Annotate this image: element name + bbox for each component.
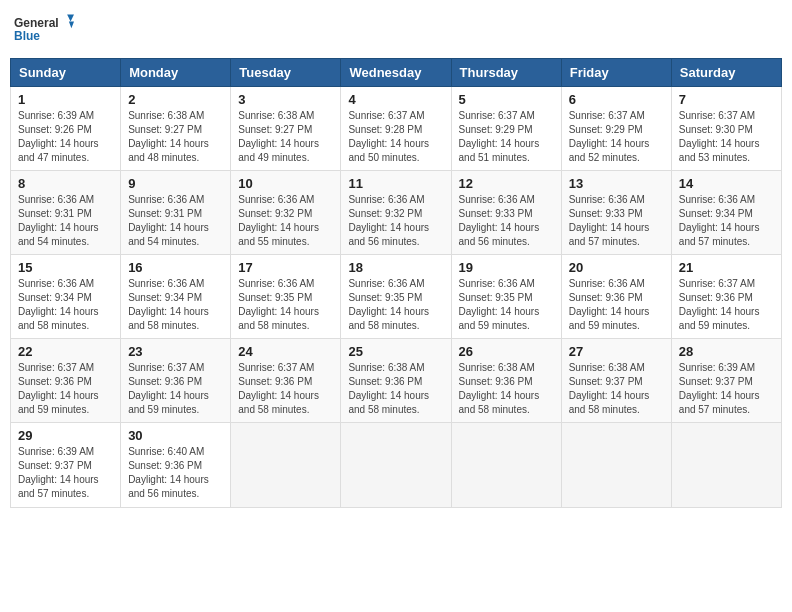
calendar-cell: 14 Sunrise: 6:36 AM Sunset: 9:34 PM Dayl… (671, 171, 781, 255)
day-number: 30 (128, 428, 223, 443)
calendar-cell: 27 Sunrise: 6:38 AM Sunset: 9:37 PM Dayl… (561, 339, 671, 423)
day-info: Sunrise: 6:36 AM Sunset: 9:35 PM Dayligh… (238, 277, 333, 333)
calendar-cell: 19 Sunrise: 6:36 AM Sunset: 9:35 PM Dayl… (451, 255, 561, 339)
day-number: 25 (348, 344, 443, 359)
day-number: 19 (459, 260, 554, 275)
day-info: Sunrise: 6:37 AM Sunset: 9:29 PM Dayligh… (569, 109, 664, 165)
weekday-header-row: SundayMondayTuesdayWednesdayThursdayFrid… (11, 59, 782, 87)
day-info: Sunrise: 6:39 AM Sunset: 9:37 PM Dayligh… (18, 445, 113, 501)
day-number: 7 (679, 92, 774, 107)
day-info: Sunrise: 6:36 AM Sunset: 9:31 PM Dayligh… (128, 193, 223, 249)
day-number: 27 (569, 344, 664, 359)
calendar-cell: 23 Sunrise: 6:37 AM Sunset: 9:36 PM Dayl… (121, 339, 231, 423)
day-info: Sunrise: 6:37 AM Sunset: 9:28 PM Dayligh… (348, 109, 443, 165)
day-info: Sunrise: 6:36 AM Sunset: 9:34 PM Dayligh… (18, 277, 113, 333)
day-info: Sunrise: 6:36 AM Sunset: 9:33 PM Dayligh… (569, 193, 664, 249)
day-info: Sunrise: 6:40 AM Sunset: 9:36 PM Dayligh… (128, 445, 223, 501)
day-info: Sunrise: 6:39 AM Sunset: 9:26 PM Dayligh… (18, 109, 113, 165)
day-number: 23 (128, 344, 223, 359)
day-number: 24 (238, 344, 333, 359)
day-info: Sunrise: 6:38 AM Sunset: 9:37 PM Dayligh… (569, 361, 664, 417)
day-number: 21 (679, 260, 774, 275)
calendar-cell (671, 423, 781, 508)
calendar-cell: 17 Sunrise: 6:36 AM Sunset: 9:35 PM Dayl… (231, 255, 341, 339)
weekday-header-friday: Friday (561, 59, 671, 87)
day-info: Sunrise: 6:36 AM Sunset: 9:32 PM Dayligh… (348, 193, 443, 249)
calendar-cell (561, 423, 671, 508)
calendar-cell: 22 Sunrise: 6:37 AM Sunset: 9:36 PM Dayl… (11, 339, 121, 423)
day-number: 9 (128, 176, 223, 191)
calendar-cell: 25 Sunrise: 6:38 AM Sunset: 9:36 PM Dayl… (341, 339, 451, 423)
day-number: 22 (18, 344, 113, 359)
calendar-cell: 24 Sunrise: 6:37 AM Sunset: 9:36 PM Dayl… (231, 339, 341, 423)
day-info: Sunrise: 6:39 AM Sunset: 9:37 PM Dayligh… (679, 361, 774, 417)
calendar-cell: 4 Sunrise: 6:37 AM Sunset: 9:28 PM Dayli… (341, 87, 451, 171)
calendar-cell: 20 Sunrise: 6:36 AM Sunset: 9:36 PM Dayl… (561, 255, 671, 339)
day-info: Sunrise: 6:36 AM Sunset: 9:36 PM Dayligh… (569, 277, 664, 333)
page-header: General Blue (10, 10, 782, 50)
day-info: Sunrise: 6:38 AM Sunset: 9:36 PM Dayligh… (459, 361, 554, 417)
day-number: 13 (569, 176, 664, 191)
day-info: Sunrise: 6:37 AM Sunset: 9:36 PM Dayligh… (679, 277, 774, 333)
weekday-header-sunday: Sunday (11, 59, 121, 87)
day-info: Sunrise: 6:36 AM Sunset: 9:32 PM Dayligh… (238, 193, 333, 249)
day-number: 6 (569, 92, 664, 107)
day-number: 20 (569, 260, 664, 275)
weekday-header-monday: Monday (121, 59, 231, 87)
weekday-header-wednesday: Wednesday (341, 59, 451, 87)
day-info: Sunrise: 6:38 AM Sunset: 9:27 PM Dayligh… (128, 109, 223, 165)
svg-marker-2 (67, 15, 74, 22)
calendar-cell: 13 Sunrise: 6:36 AM Sunset: 9:33 PM Dayl… (561, 171, 671, 255)
day-number: 14 (679, 176, 774, 191)
day-number: 8 (18, 176, 113, 191)
day-number: 29 (18, 428, 113, 443)
day-info: Sunrise: 6:37 AM Sunset: 9:30 PM Dayligh… (679, 109, 774, 165)
day-number: 3 (238, 92, 333, 107)
calendar-cell: 21 Sunrise: 6:37 AM Sunset: 9:36 PM Dayl… (671, 255, 781, 339)
calendar-cell: 28 Sunrise: 6:39 AM Sunset: 9:37 PM Dayl… (671, 339, 781, 423)
calendar-cell (451, 423, 561, 508)
svg-text:General: General (14, 16, 59, 30)
calendar-cell (341, 423, 451, 508)
svg-text:Blue: Blue (14, 29, 40, 43)
day-number: 17 (238, 260, 333, 275)
day-info: Sunrise: 6:37 AM Sunset: 9:36 PM Dayligh… (128, 361, 223, 417)
day-number: 16 (128, 260, 223, 275)
calendar-cell: 2 Sunrise: 6:38 AM Sunset: 9:27 PM Dayli… (121, 87, 231, 171)
day-number: 11 (348, 176, 443, 191)
weekday-header-saturday: Saturday (671, 59, 781, 87)
calendar-cell: 10 Sunrise: 6:36 AM Sunset: 9:32 PM Dayl… (231, 171, 341, 255)
logo: General Blue (14, 10, 74, 50)
svg-marker-3 (69, 21, 74, 28)
calendar-cell: 9 Sunrise: 6:36 AM Sunset: 9:31 PM Dayli… (121, 171, 231, 255)
weekday-header-tuesday: Tuesday (231, 59, 341, 87)
day-info: Sunrise: 6:38 AM Sunset: 9:27 PM Dayligh… (238, 109, 333, 165)
day-info: Sunrise: 6:36 AM Sunset: 9:34 PM Dayligh… (128, 277, 223, 333)
calendar-table: SundayMondayTuesdayWednesdayThursdayFrid… (10, 58, 782, 508)
weekday-header-thursday: Thursday (451, 59, 561, 87)
calendar-cell: 26 Sunrise: 6:38 AM Sunset: 9:36 PM Dayl… (451, 339, 561, 423)
calendar-cell: 11 Sunrise: 6:36 AM Sunset: 9:32 PM Dayl… (341, 171, 451, 255)
calendar-cell: 30 Sunrise: 6:40 AM Sunset: 9:36 PM Dayl… (121, 423, 231, 508)
calendar-cell: 5 Sunrise: 6:37 AM Sunset: 9:29 PM Dayli… (451, 87, 561, 171)
day-number: 1 (18, 92, 113, 107)
day-info: Sunrise: 6:37 AM Sunset: 9:29 PM Dayligh… (459, 109, 554, 165)
day-info: Sunrise: 6:37 AM Sunset: 9:36 PM Dayligh… (238, 361, 333, 417)
day-number: 12 (459, 176, 554, 191)
calendar-cell: 7 Sunrise: 6:37 AM Sunset: 9:30 PM Dayli… (671, 87, 781, 171)
day-number: 18 (348, 260, 443, 275)
day-info: Sunrise: 6:36 AM Sunset: 9:33 PM Dayligh… (459, 193, 554, 249)
calendar-cell: 18 Sunrise: 6:36 AM Sunset: 9:35 PM Dayl… (341, 255, 451, 339)
calendar-cell: 8 Sunrise: 6:36 AM Sunset: 9:31 PM Dayli… (11, 171, 121, 255)
day-number: 4 (348, 92, 443, 107)
day-number: 2 (128, 92, 223, 107)
day-number: 26 (459, 344, 554, 359)
calendar-cell (231, 423, 341, 508)
day-info: Sunrise: 6:36 AM Sunset: 9:31 PM Dayligh… (18, 193, 113, 249)
day-number: 10 (238, 176, 333, 191)
day-info: Sunrise: 6:37 AM Sunset: 9:36 PM Dayligh… (18, 361, 113, 417)
day-info: Sunrise: 6:36 AM Sunset: 9:35 PM Dayligh… (459, 277, 554, 333)
day-info: Sunrise: 6:36 AM Sunset: 9:34 PM Dayligh… (679, 193, 774, 249)
day-number: 15 (18, 260, 113, 275)
day-number: 28 (679, 344, 774, 359)
